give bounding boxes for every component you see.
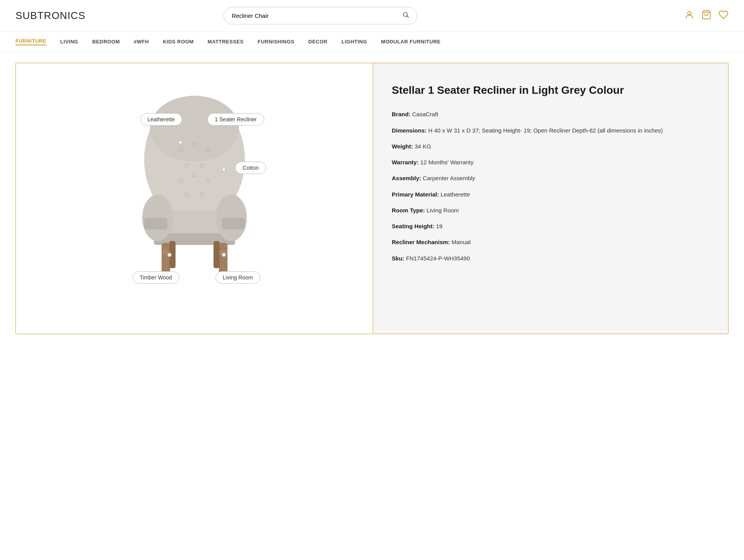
living-room-label: Living Room	[215, 271, 260, 284]
search-bar	[224, 7, 417, 24]
nav-item-wfh[interactable]: #WFH	[134, 39, 149, 45]
cotton-label: Cotton	[235, 162, 266, 174]
detail-sku: Sku: FN1745424-P-WH35490	[392, 254, 710, 263]
wishlist-icon[interactable]	[718, 10, 728, 22]
nav-item-decor[interactable]: DECOR	[308, 39, 327, 45]
detail-warranty: Warranty: 12 Months' Warranty	[392, 158, 710, 167]
cart-icon[interactable]	[701, 10, 711, 22]
search-icon[interactable]	[402, 11, 409, 20]
timber-dot	[167, 253, 172, 257]
svg-rect-11	[222, 218, 245, 229]
nav-item-furnishings[interactable]: FURNISHINGS	[258, 39, 294, 45]
nav: FURNITURE LIVING BEDROOM #WFH KIDS ROOM …	[0, 32, 744, 52]
logo[interactable]: SUBTRONICS	[16, 10, 85, 22]
logo-bold: SUB	[16, 10, 37, 21]
logo-light: TRONICS	[37, 10, 85, 21]
nav-item-lighting[interactable]: LIGHTING	[341, 39, 367, 45]
detail-weight: Weight: 34 KG	[392, 142, 710, 151]
svg-rect-27	[214, 241, 220, 268]
timber-label: Timber Wood	[133, 271, 179, 284]
product-section: Leatherette 1 Seater Recliner Cotton Tim…	[16, 63, 728, 334]
nav-item-bedroom[interactable]: BEDROOM	[92, 39, 120, 45]
nav-item-modular[interactable]: MODULAR FURNITURE	[381, 39, 441, 45]
chair-container: Leatherette 1 Seater Recliner Cotton Tim…	[121, 90, 268, 307]
detail-primary-material: Primary Material: Leatherette	[392, 190, 710, 199]
seater-label: 1 Seater Recliner	[207, 113, 264, 126]
product-image-panel: Leatherette 1 Seater Recliner Cotton Tim…	[16, 63, 373, 334]
nav-item-mattresses[interactable]: MATTRESSES	[208, 39, 244, 45]
detail-assembly: Assembly: Carpenter Assembly	[392, 174, 710, 183]
leatherette-dot	[178, 140, 183, 145]
svg-point-5	[150, 96, 239, 162]
svg-line-1	[407, 16, 408, 17]
leatherette-label: Leatherette	[140, 113, 183, 126]
detail-room-type: Room Type: Living Room	[392, 206, 710, 215]
header: SUBTRONICS	[0, 0, 744, 32]
nav-item-kids-room[interactable]: KIDS ROOM	[163, 39, 194, 45]
svg-rect-9	[144, 218, 167, 229]
search-input[interactable]	[232, 12, 402, 19]
product-details-panel: Stellar 1 Seater Recliner in Light Grey …	[373, 63, 728, 334]
detail-seating-height: Seating Height: 19	[392, 222, 710, 231]
detail-recliner-mechanism: Recliner Mechanism: Manual	[392, 238, 710, 246]
detail-brand: Brand: CasaCraft	[392, 110, 710, 119]
product-title: Stellar 1 Seater Recliner in Light Grey …	[392, 83, 710, 97]
svg-point-2	[688, 11, 691, 15]
cotton-dot	[222, 167, 226, 172]
header-icons	[684, 10, 728, 22]
nav-item-furniture[interactable]: FURNITURE	[16, 38, 46, 45]
living-room-dot	[222, 253, 226, 257]
nav-item-living[interactable]: LIVING	[60, 39, 78, 45]
detail-dimensions: Dimensions: H 40 x W 31 x D 37; Seating …	[392, 126, 710, 135]
user-icon[interactable]	[684, 10, 694, 22]
